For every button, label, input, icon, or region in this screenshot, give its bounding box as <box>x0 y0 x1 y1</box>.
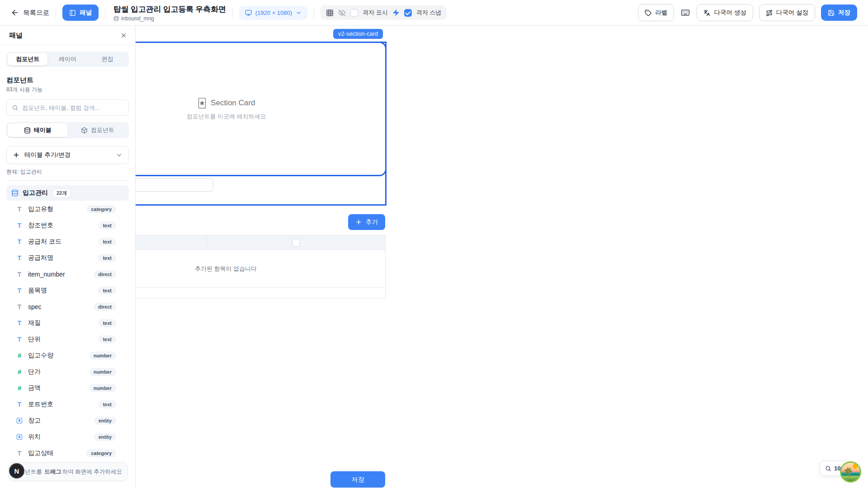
field-row[interactable]: T참조번호text <box>6 217 129 234</box>
plus-icon <box>355 219 362 225</box>
field-name: spec <box>28 303 42 310</box>
component-search-input[interactable] <box>22 104 123 111</box>
text-type-icon: T <box>15 238 24 245</box>
grid-show-label: 격자 표시 <box>363 9 388 17</box>
i18n-generate-button[interactable]: 다국어 생성 <box>697 4 753 21</box>
table-group-row[interactable]: 입고관리 22개 <box>6 185 129 201</box>
field-type-badge: text <box>98 335 116 343</box>
monitor-icon <box>245 9 252 16</box>
screen-subtitle: inbound_mng <box>113 15 226 22</box>
chevron-down-icon <box>296 10 302 16</box>
add-change-table-dropdown[interactable]: 테이블 추가/변경 <box>6 146 129 164</box>
arrow-left-icon <box>11 9 19 17</box>
languages-icon <box>703 9 710 16</box>
tag-icon <box>645 9 651 16</box>
i18n-settings-button[interactable]: 다국어 설정 <box>759 4 815 21</box>
field-row[interactable]: T품목명text <box>6 282 129 299</box>
toggle-tables[interactable]: 테이블 <box>8 123 68 137</box>
field-row[interactable]: T단위text <box>6 331 129 347</box>
field-row[interactable]: T공급처 코드text <box>6 234 129 250</box>
field-row[interactable]: T로트번호text <box>6 396 129 413</box>
topbar: 목록으로 패널 탑씰 입고관리 입고등록 우측화면 inbound_mng (1… <box>0 0 868 26</box>
field-name: 창고 <box>28 417 41 425</box>
topbar-divider <box>232 7 233 19</box>
add-row-button[interactable]: 추가 <box>348 214 385 230</box>
panel-divider <box>6 180 129 181</box>
field-row[interactable]: T재질text <box>6 315 129 331</box>
package-icon <box>81 127 88 134</box>
label-button[interactable]: 라벨 <box>638 4 674 21</box>
resolution-selector[interactable]: (868 × 488) <box>239 6 307 20</box>
topbar-divider <box>56 7 56 19</box>
field-row[interactable]: 위치entity <box>6 429 129 445</box>
panel-close-button[interactable] <box>120 32 127 39</box>
text-type-icon: T <box>15 287 24 294</box>
entity-type-icon <box>15 417 24 424</box>
source-toggle: 테이블 컴포넌트 <box>6 122 129 138</box>
field-type-badge: text <box>98 319 116 327</box>
topbar-divider <box>314 7 314 19</box>
save-button[interactable]: 저장 <box>821 5 857 21</box>
field-row[interactable]: #입고수량number <box>6 347 129 364</box>
field-name: 로트번호 <box>28 400 53 408</box>
field-row[interactable]: #단가number <box>6 364 129 380</box>
database-icon <box>113 16 119 21</box>
tab-components[interactable]: 컴포넌트 <box>8 53 47 66</box>
text-type-icon: T <box>15 401 24 408</box>
magnifier-icon <box>825 465 831 472</box>
back-to-list-button[interactable]: 목록으로 <box>11 9 49 17</box>
current-table-label: 현재: 입고관리 <box>6 168 129 176</box>
user-avatar[interactable]: N <box>9 463 24 479</box>
panel-toggle-button[interactable]: 패널 <box>62 5 99 21</box>
screen-title-block: 탑씰 입고관리 입고등록 우측화면 inbound_mng <box>112 4 226 22</box>
entity-icon <box>16 417 23 424</box>
field-row[interactable]: #금액number <box>6 380 129 396</box>
keyboard-shortcuts-button[interactable] <box>680 7 691 18</box>
toggle-components[interactable]: 컴포넌트 <box>68 123 128 137</box>
drag-hint-suffix: 하여 화면에 추가하세요 <box>62 469 122 475</box>
items-table-header-col2 <box>207 235 385 249</box>
entity-type-icon <box>15 433 24 441</box>
field-row[interactable]: Tspecdirect <box>6 299 129 315</box>
field-name: 입고상태 <box>28 449 53 457</box>
eye-off-icon <box>338 9 346 17</box>
select-all-checkbox[interactable] <box>292 239 300 247</box>
plus-icon <box>13 151 20 159</box>
component-search <box>6 99 129 116</box>
topbar-actions: 라벨 다국어 생성 다국어 설정 저장 <box>638 4 857 21</box>
save-icon <box>828 9 835 16</box>
field-name: 참조번호 <box>28 221 53 230</box>
playing-card-icon: 🃏 <box>198 98 207 108</box>
left-panel: 패널 컴포넌트 레이어 편집 컴포넌트 83개 사용 가능 테이블 <box>0 26 136 488</box>
field-name: 금액 <box>28 384 41 392</box>
field-name: 입고수량 <box>28 352 53 360</box>
island-widget-button[interactable]: 🌴 <box>840 461 861 483</box>
app-window: v2-section-card 🃏 Section Card 컴포넌트를 이곳에… <box>0 0 868 488</box>
tab-layers[interactable]: 레이어 <box>47 53 87 66</box>
text-type-icon: T <box>15 336 24 343</box>
canvas-save-button[interactable]: 저장 <box>330 471 385 488</box>
field-name: 공급처명 <box>28 254 53 262</box>
field-row[interactable]: T입고상태category <box>6 445 129 461</box>
field-name: 재질 <box>28 319 41 327</box>
field-row[interactable]: T공급처명text <box>6 250 129 266</box>
field-row[interactable]: 창고entity <box>6 413 129 429</box>
components-available-count: 83개 사용 가능 <box>6 86 129 94</box>
field-type-badge: entity <box>94 417 116 425</box>
field-row[interactable]: Titem_numberdirect <box>6 266 129 282</box>
field-name: item_number <box>28 271 65 278</box>
field-type-badge: text <box>98 286 116 295</box>
topbar-divider <box>105 7 105 19</box>
field-row[interactable]: T입고유형category <box>6 201 129 217</box>
table-group-name: 입고관리 <box>23 189 48 197</box>
field-type-badge: category <box>86 205 116 213</box>
panel-title: 패널 <box>9 31 23 40</box>
tab-edit[interactable]: 편집 <box>88 53 127 66</box>
screen-title: 탑씰 입고관리 입고등록 우측화면 <box>113 4 226 14</box>
direct-type-icon: T <box>15 271 24 278</box>
category-type-icon: T <box>15 450 24 457</box>
palm-tree-icon: 🌴 <box>843 467 854 477</box>
panel-body: 컴포넌트 레이어 편집 컴포넌트 83개 사용 가능 테이블 컴포넌트 <box>0 45 135 468</box>
grid-snap-checkbox[interactable] <box>404 9 412 17</box>
grid-show-checkbox[interactable] <box>350 9 358 17</box>
